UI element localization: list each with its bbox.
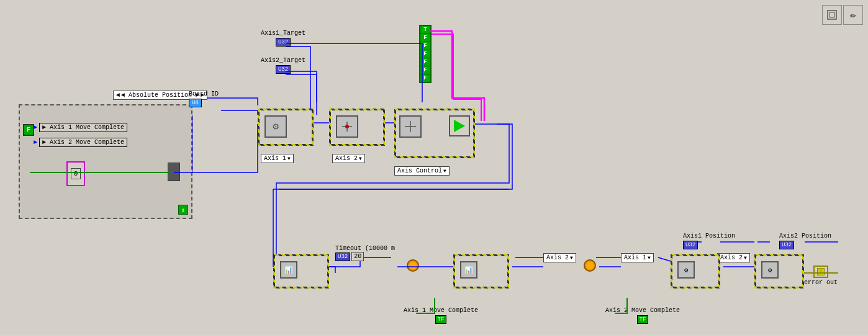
sequence-frame-2 [329,109,385,146]
zero-value: 0 [71,168,81,179]
axis-control-dropdown[interactable]: Axis Control ▼ [394,166,450,176]
axis1-target-label: Axis1_Target [261,30,305,37]
array-cell-2: F [420,42,430,50]
func-node-3[interactable] [399,115,422,138]
play-button[interactable] [449,115,470,136]
svg-rect-1 [830,12,834,17]
timeout-type: U32 [338,254,348,260]
cursor-tool-button[interactable] [822,5,842,25]
axis2-output-dropdown[interactable]: Axis 2 ▼ [717,253,750,262]
axis1-dropdown-1[interactable]: Axis 1 ▼ [261,154,294,163]
axis1-tf-label: TF [438,316,445,323]
bottom-func-1[interactable]: 📊 [280,261,297,279]
array-cell-6: F [420,74,430,82]
dropdown-prefix: ◄ [116,92,120,99]
axis1-bottom-arrow: ▼ [648,255,651,261]
axis1-target-terminal[interactable]: U32 [276,38,291,47]
axis2-target-node: Axis2_Target U32 [261,57,305,74]
axis2-bottom-arrow: ▼ [570,255,573,261]
bottom-func-2[interactable]: 📊 [460,261,477,279]
absolute-position-label: ◄ Absolute Position ► [121,92,199,99]
connector-block[interactable] [168,163,180,181]
axis2-output-arrow: ▼ [744,255,747,261]
false-terminal: F [24,125,34,135]
svg-point-4 [345,125,349,128]
error-out-label: error out [804,279,838,286]
axis2-output-label: Axis 2 [720,254,743,261]
board-id-label: Board ID [189,91,219,97]
sequence-frame-3 [394,109,475,158]
axis2-bottom-label: Axis 2 [546,254,569,261]
axis1-move-complete-node[interactable]: ► ► Axis 1 Move Complete [34,123,127,132]
axis-control-label: Axis Control [397,168,442,174]
axis-control-arrow: ▼ [443,168,446,174]
sequence-frame-1: ⚙ [258,109,314,146]
svg-rect-0 [828,11,836,19]
false-constant-node[interactable]: F [23,124,34,136]
axis1-move-complete-bottom: Axis 1 Move Complete TF [404,307,478,324]
axis2-target-terminal[interactable]: U32 [276,65,291,74]
array-cell-0: T [420,26,430,34]
pencil-icon: ✏ [850,9,856,21]
axis1-move-complete-tf[interactable]: TF [435,315,447,324]
axis2-target-type: U32 [278,66,288,73]
error-indicator-1 [407,259,419,272]
bottom-func-4[interactable]: ⚙ [761,261,779,279]
axis1-label: Axis 1 [264,155,286,162]
bottom-seq-frame-2: 📊 [453,254,509,288]
timeout-value: 20 [351,252,364,261]
axis1-position-node: Axis1 Position U32 [683,233,735,249]
error-out-terminal: ! [813,266,828,278]
axis2-move-complete-tf[interactable]: TF [637,315,649,324]
array-cell-1: F [420,34,430,42]
axis2-position-node: Axis2 Position U32 [779,233,831,249]
axis2-dropdown-1[interactable]: Axis 2 ▼ [332,154,365,163]
array-cell-4: F [420,58,430,66]
axis1-bottom-dropdown[interactable]: Axis 1 ▼ [621,253,654,262]
func-node-2[interactable] [336,115,358,138]
while-loop-frame: F ► ► Axis 1 Move Complete ► ► Axis 2 Mo… [19,104,192,219]
numeric-indicator-0: 0 [66,161,85,186]
axis1-arrow: ▼ [287,156,291,161]
axis2-position-label: Axis2 Position [779,233,831,239]
board-id-terminal[interactable]: U8 [189,99,202,107]
axis2-bottom-dropdown[interactable]: Axis 2 ▼ [543,253,576,262]
axis1-target-type: U32 [278,39,288,45]
axis2-position-terminal[interactable]: U32 [779,241,794,249]
axis1-move-complete-bottom-label: Axis 1 Move Complete [404,307,478,314]
error-out-node: ! error out [804,266,838,286]
axis1-pos-type: U32 [685,242,695,248]
play-triangle-icon [454,120,465,132]
loop-iteration-terminal: i [178,205,188,215]
bottom-seq-frame-4: ⚙ [754,254,804,288]
axis2-tf-label: TF [640,316,646,323]
bottom-seq-frame-3: ⚙ [671,254,720,288]
timeout-terminal[interactable]: U32 [335,252,350,261]
bottom-seq-frame-1: 📊 [273,254,329,288]
axis1-move-complete-label: ► Axis 1 Move Complete [39,123,127,132]
axis1-position-terminal[interactable]: U32 [683,241,698,249]
axis2-pos-type: U32 [782,242,792,248]
timeout-label: Timeout (10000 m [335,245,395,252]
pencil-tool-button[interactable]: ✏ [843,5,863,25]
toolbar: ✏ [822,5,863,25]
axis2-move-complete-label: ► Axis 2 Move Complete [39,138,127,147]
axis2-move-complete-bottom-label: Axis 2 Move Complete [605,307,680,314]
axis1-position-label: Axis1 Position [683,233,735,239]
error-indicator-icon: ! [820,269,822,274]
board-id-terminal-label: U8 [192,100,199,106]
array-cell-5: F [420,66,430,74]
axis2-target-label: Axis2_Target [261,57,305,64]
axis2-move-complete-node[interactable]: ► ► Axis 2 Move Complete [34,138,127,147]
axis1-target-node: Axis1_Target U32 [261,30,305,47]
timeout-node: Timeout (10000 m U32 20 [335,245,395,261]
array-cell-3: F [420,50,430,58]
array-indicator: T F F F F F F [419,25,432,83]
error-indicator-2 [584,259,596,272]
axis2-move-complete-bottom: Axis 2 Move Complete TF [605,307,680,324]
bottom-func-3[interactable]: ⚙ [677,261,695,279]
func-node-1[interactable]: ⚙ [264,115,287,138]
axis2-label-1: Axis 2 [335,155,358,162]
axis2-arrow-1: ▼ [359,156,362,161]
board-id-node: Board ID U8 [189,91,219,107]
